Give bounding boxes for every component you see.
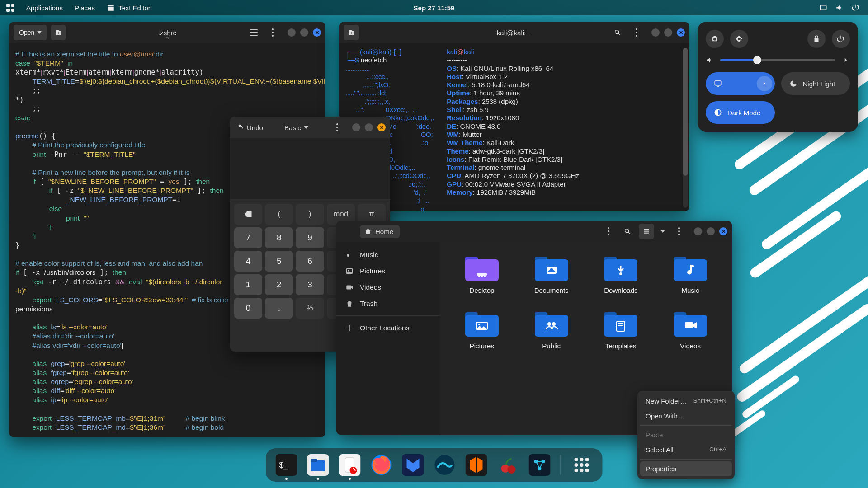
folder-music[interactable]: Music bbox=[662, 254, 718, 294]
calc-key-0[interactable]: 0 bbox=[234, 298, 262, 319]
volume-icon[interactable] bbox=[835, 4, 844, 12]
folder-templates[interactable]: Templates bbox=[593, 310, 649, 350]
svg-rect-38 bbox=[618, 323, 623, 324]
night-light-toggle[interactable]: Night Light bbox=[781, 72, 850, 95]
dock-burpsuite[interactable] bbox=[466, 454, 487, 476]
dock-firefox[interactable] bbox=[371, 454, 392, 476]
calc-key-backspace[interactable] bbox=[234, 204, 262, 225]
terminal-body[interactable]: ┌──(kali㉿kali)-[~] └─$ neofetch ........… bbox=[339, 43, 689, 211]
calc-key-6[interactable]: 6 bbox=[296, 251, 324, 272]
dock-files[interactable] bbox=[307, 454, 329, 476]
menu-button[interactable] bbox=[330, 120, 345, 135]
dock-wireshark[interactable] bbox=[434, 454, 456, 476]
calc-key-.[interactable]: . bbox=[265, 298, 293, 319]
view-options-button[interactable] bbox=[658, 224, 668, 239]
context-properties[interactable]: Properties bbox=[640, 461, 732, 476]
folder-pictures[interactable]: Pictures bbox=[454, 310, 510, 350]
minimize-button[interactable] bbox=[288, 28, 296, 37]
folder-videos[interactable]: Videos bbox=[662, 310, 718, 350]
close-button[interactable] bbox=[677, 28, 685, 37]
dock-all-apps[interactable] bbox=[571, 454, 593, 476]
menu-button[interactable] bbox=[601, 224, 616, 239]
context-menu: New Folder…Shift+Ctrl+NOpen With…PasteSe… bbox=[637, 391, 735, 479]
calc-key-2[interactable]: 2 bbox=[265, 274, 293, 295]
search-button[interactable] bbox=[610, 25, 625, 40]
scrollbar[interactable] bbox=[683, 48, 688, 208]
sidebar-item-videos[interactable]: Videos bbox=[336, 279, 440, 296]
maximize-button[interactable] bbox=[664, 28, 672, 37]
svg-point-33 bbox=[547, 322, 551, 326]
menu-button[interactable] bbox=[265, 25, 280, 40]
dock-terminal[interactable]: $_ bbox=[276, 454, 297, 476]
calc-key-1[interactable]: 1 bbox=[234, 274, 262, 295]
lock-button[interactable] bbox=[807, 30, 826, 48]
maximize-button[interactable] bbox=[300, 28, 308, 37]
settings-button[interactable] bbox=[730, 30, 748, 48]
svg-point-70 bbox=[580, 463, 584, 467]
mode-selector[interactable]: Basic bbox=[284, 124, 308, 131]
chevron-down-icon bbox=[304, 126, 308, 129]
maximize-button[interactable] bbox=[707, 227, 715, 235]
calc-key-8[interactable]: 8 bbox=[265, 227, 293, 248]
close-button[interactable] bbox=[377, 123, 386, 131]
places-menu[interactable]: Places bbox=[75, 4, 95, 12]
folder-desktop[interactable]: Desktop bbox=[454, 254, 510, 294]
breadcrumb[interactable]: Home bbox=[360, 225, 400, 238]
view-toggle-button[interactable] bbox=[639, 224, 654, 239]
expand-icon[interactable] bbox=[842, 56, 850, 64]
calc-key-7[interactable]: 7 bbox=[234, 227, 262, 248]
new-tab-button[interactable] bbox=[344, 25, 359, 40]
close-button[interactable] bbox=[719, 227, 727, 235]
applications-menu[interactable]: Applications bbox=[26, 4, 63, 12]
minimize-button[interactable] bbox=[694, 227, 702, 235]
sidebar-toggle-button[interactable] bbox=[246, 25, 261, 40]
close-button[interactable] bbox=[313, 28, 321, 37]
dock-cherrytree[interactable] bbox=[497, 454, 519, 476]
clock[interactable]: Sep 27 11:59 bbox=[414, 4, 455, 12]
menu-button[interactable] bbox=[629, 25, 644, 40]
calc-key-([interactable]: ( bbox=[265, 204, 293, 225]
dock-code[interactable] bbox=[529, 454, 551, 476]
hamburger-button[interactable] bbox=[671, 224, 687, 239]
folder-public[interactable]: Public bbox=[524, 310, 580, 350]
calc-key-9[interactable]: 9 bbox=[296, 227, 324, 248]
svg-point-30 bbox=[478, 324, 480, 325]
context-open-with[interactable]: Open With… bbox=[640, 408, 732, 423]
screen-record-icon[interactable] bbox=[819, 4, 827, 12]
active-app-indicator[interactable]: Text Editor bbox=[107, 4, 151, 12]
dark-mode-toggle[interactable]: Dark Mode bbox=[706, 101, 775, 124]
svg-rect-10 bbox=[346, 286, 351, 290]
calculator-display[interactable] bbox=[230, 138, 390, 199]
dock-metasploit[interactable] bbox=[402, 454, 424, 476]
calc-key-)[interactable]: ) bbox=[296, 204, 324, 225]
open-button[interactable]: Open bbox=[14, 25, 47, 40]
wired-toggle[interactable] bbox=[706, 72, 775, 95]
sidebar-item-pictures[interactable]: Pictures bbox=[336, 263, 440, 279]
dock-text-editor[interactable] bbox=[339, 454, 361, 476]
context-new-folder[interactable]: New Folder…Shift+Ctrl+N bbox=[640, 394, 732, 408]
power-icon[interactable] bbox=[852, 4, 860, 12]
sidebar-item-trash[interactable]: Trash bbox=[336, 296, 440, 312]
calc-key-5[interactable]: 5 bbox=[265, 251, 293, 272]
calc-key-3[interactable]: 3 bbox=[296, 274, 324, 295]
dock: $_ bbox=[266, 448, 603, 482]
new-tab-button[interactable] bbox=[51, 25, 66, 40]
folder-documents[interactable]: Documents bbox=[524, 254, 580, 294]
context-paste: Paste bbox=[640, 427, 732, 442]
maximize-button[interactable] bbox=[365, 123, 373, 131]
screenshot-button[interactable] bbox=[706, 30, 724, 48]
search-button[interactable] bbox=[620, 224, 635, 239]
minimize-button[interactable] bbox=[352, 123, 360, 131]
sidebar-item-other-locations[interactable]: Other Locations bbox=[336, 315, 440, 336]
calc-key-%[interactable]: % bbox=[296, 298, 324, 319]
svg-point-66 bbox=[575, 458, 578, 461]
undo-button[interactable]: Undo bbox=[234, 123, 263, 131]
calc-key-4[interactable]: 4 bbox=[234, 251, 262, 272]
sidebar-item-music[interactable]: Music bbox=[336, 247, 440, 263]
context-select-all[interactable]: Select AllCtrl+A bbox=[640, 442, 732, 457]
volume-slider[interactable] bbox=[720, 59, 835, 61]
activities-icon[interactable] bbox=[6, 4, 14, 12]
folder-downloads[interactable]: Downloads bbox=[593, 254, 649, 294]
power-button[interactable] bbox=[832, 30, 850, 48]
minimize-button[interactable] bbox=[651, 28, 660, 37]
